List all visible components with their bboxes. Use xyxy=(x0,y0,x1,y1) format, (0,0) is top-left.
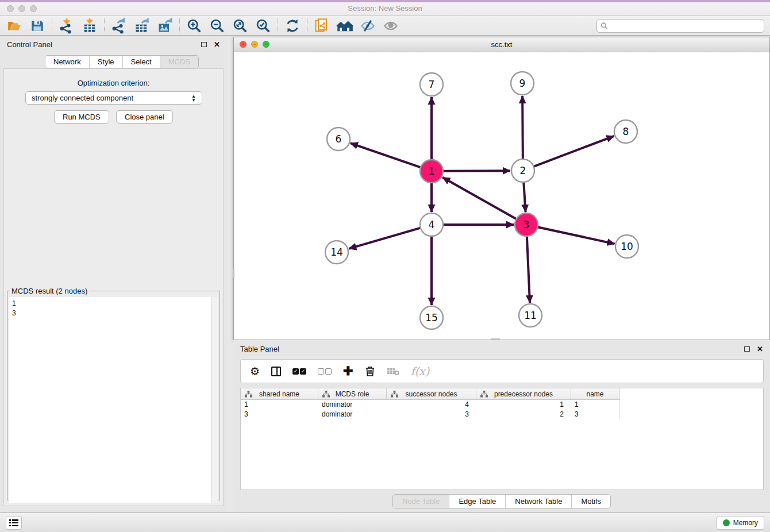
table-toolbar: ⚙ ✓✓ ✚ f(x) xyxy=(240,359,764,383)
search-icon xyxy=(600,22,608,30)
graph-edge-2-9[interactable] xyxy=(522,96,523,159)
zoom-in-icon[interactable] xyxy=(184,17,204,34)
zoom-selected-icon[interactable] xyxy=(253,17,273,34)
tab-motifs[interactable]: Motifs xyxy=(571,495,610,508)
memory-button[interactable]: Memory xyxy=(717,516,764,530)
column-header-name[interactable]: name xyxy=(571,388,619,399)
column-header-predecessor-nodes[interactable]: predecessor nodes xyxy=(476,388,571,399)
table-row[interactable]: 1 dominator 4 1 1 xyxy=(241,400,763,410)
network-graph[interactable]: 7968124314101511 xyxy=(234,52,769,340)
graph-edge-3-11[interactable] xyxy=(527,236,530,303)
table-settings-gear-icon[interactable]: ⚙ xyxy=(250,365,260,378)
toolbar-separator xyxy=(307,18,307,33)
delete-column-icon[interactable] xyxy=(365,365,375,377)
graph-node-9[interactable]: 9 xyxy=(511,72,534,95)
graph-edge-2-8[interactable] xyxy=(534,136,614,167)
tab-mcds[interactable]: MCDS xyxy=(160,56,198,68)
cell-name[interactable]: 3 xyxy=(571,410,619,419)
table-panel: Table Panel ✕ ⚙ ✓✓ ✚ f(x) shared name MC… xyxy=(233,340,770,512)
cell-mcds-role[interactable]: dominator xyxy=(318,400,387,410)
graph-node-7[interactable]: 7 xyxy=(420,73,443,96)
float-table-panel-icon[interactable] xyxy=(744,346,750,352)
cell-successor-nodes[interactable]: 4 xyxy=(387,400,476,410)
table-row[interactable]: 3 dominator 3 2 3 xyxy=(241,410,763,419)
save-session-icon[interactable] xyxy=(28,17,47,34)
graph-node-3[interactable]: 3 xyxy=(515,213,538,236)
node-table: shared name MCDS role successor nodes pr… xyxy=(240,388,764,490)
result-scrollbar[interactable] xyxy=(211,297,218,503)
task-console-button[interactable] xyxy=(6,516,22,530)
close-panel-button[interactable]: Close panel xyxy=(116,110,173,124)
graph-edge-1-2[interactable] xyxy=(443,171,510,171)
hide-selected-icon[interactable] xyxy=(358,17,378,34)
table-tabs: Node Table Edge Table Network Table Moti… xyxy=(392,494,611,508)
graph-edge-3-10[interactable] xyxy=(538,227,615,244)
tab-network-table[interactable]: Network Table xyxy=(505,495,571,508)
export-table-icon[interactable] xyxy=(132,17,152,34)
tab-network[interactable]: Network xyxy=(45,56,89,68)
control-panel: Control Panel ✕ Network Style Select MCD… xyxy=(0,36,227,512)
toolbar-separator xyxy=(179,18,180,33)
graph-edge-3-1[interactable] xyxy=(442,178,516,219)
graph-node-8[interactable]: 8 xyxy=(614,120,637,143)
graph-edge-1-6[interactable] xyxy=(351,143,421,167)
export-network-icon[interactable] xyxy=(109,17,129,34)
graph-node-6[interactable]: 6 xyxy=(327,128,350,151)
close-panel-icon[interactable]: ✕ xyxy=(214,40,220,49)
cell-name[interactable]: 1 xyxy=(571,400,619,410)
mcds-result-box: MCDS result (2 nodes) 13 xyxy=(7,287,220,500)
zoom-out-icon[interactable] xyxy=(207,17,227,34)
search-input[interactable] xyxy=(608,22,760,30)
run-mcds-button[interactable]: Run MCDS xyxy=(54,110,109,124)
column-visibility-icon[interactable] xyxy=(271,367,281,376)
new-network-from-selection-icon[interactable] xyxy=(312,17,332,34)
mcds-result-text[interactable]: 13 xyxy=(9,297,218,503)
add-column-icon[interactable]: ✚ xyxy=(343,366,353,376)
graph-node-1[interactable]: 1 xyxy=(420,160,443,183)
graph-node-10[interactable]: 10 xyxy=(615,235,638,258)
split-divider-handle[interactable] xyxy=(233,269,234,278)
graph-node-4[interactable]: 4 xyxy=(420,213,443,236)
open-file-icon[interactable] xyxy=(5,17,24,34)
export-image-icon[interactable] xyxy=(155,17,175,34)
cell-shared-name[interactable]: 3 xyxy=(241,410,318,419)
cell-mcds-role[interactable]: dominator xyxy=(318,410,387,419)
close-table-panel-icon[interactable]: ✕ xyxy=(757,345,763,353)
svg-text:9: 9 xyxy=(519,78,526,89)
graph-node-11[interactable]: 11 xyxy=(519,304,542,327)
cell-predecessor-nodes[interactable]: 2 xyxy=(476,410,571,419)
toolbar-separator xyxy=(104,18,105,33)
tab-style[interactable]: Style xyxy=(89,56,122,68)
deselect-all-icon[interactable] xyxy=(318,368,332,375)
column-header-shared-name[interactable]: shared name xyxy=(241,388,318,399)
select-all-icon[interactable]: ✓✓ xyxy=(292,368,306,375)
cell-shared-name[interactable]: 1 xyxy=(241,400,318,410)
tab-select[interactable]: Select xyxy=(122,56,160,68)
network-window-titlebar[interactable]: × − + scc.txt xyxy=(234,37,769,52)
cell-successor-nodes[interactable]: 3 xyxy=(387,410,476,419)
table-header-row: shared name MCDS role successor nodes pr… xyxy=(241,388,620,400)
float-panel-icon[interactable] xyxy=(201,42,207,47)
column-header-successor-nodes[interactable]: successor nodes xyxy=(387,388,476,399)
graph-node-14[interactable]: 14 xyxy=(325,241,348,264)
graph-node-15[interactable]: 15 xyxy=(420,306,443,329)
cell-predecessor-nodes[interactable]: 1 xyxy=(476,400,571,410)
apply-layout-icon[interactable] xyxy=(283,17,302,34)
mcds-result-title: MCDS result (2 nodes) xyxy=(10,287,89,295)
import-table-icon[interactable] xyxy=(80,17,99,34)
show-all-icon[interactable] xyxy=(335,17,355,34)
tab-node-table[interactable]: Node Table xyxy=(393,495,449,508)
column-header-mcds-role[interactable]: MCDS role xyxy=(318,388,387,399)
graph-edge-2-3[interactable] xyxy=(523,182,525,212)
graph-node-2[interactable]: 2 xyxy=(511,159,534,182)
tab-edge-table[interactable]: Edge Table xyxy=(449,495,505,508)
zoom-fit-icon[interactable] xyxy=(230,17,250,34)
memory-status-icon xyxy=(723,519,730,526)
control-panel-title: Control Panel xyxy=(7,40,52,49)
import-network-icon[interactable] xyxy=(57,17,76,34)
graph-edge-4-14[interactable] xyxy=(349,228,421,249)
optimization-criterion-label: Optimization criterion: xyxy=(0,79,227,87)
search-field[interactable] xyxy=(596,19,764,33)
svg-text:8: 8 xyxy=(623,126,629,137)
optimization-criterion-dropdown[interactable]: strongly connected component ▲▼ xyxy=(25,91,202,105)
